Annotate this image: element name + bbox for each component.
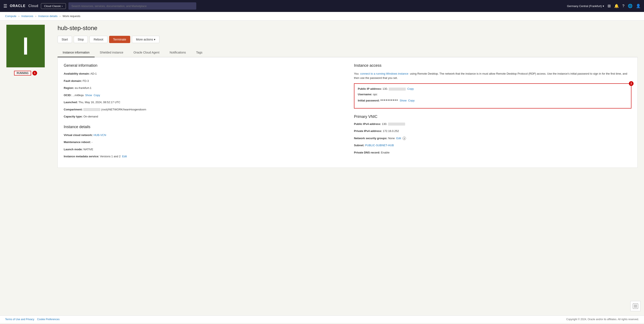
svg-point-9 [636,306,637,306]
compartment-blurred [83,108,100,111]
breadcrumb-compute[interactable]: Compute [5,14,16,18]
region-row: Region: eu-frankfurt-1 [64,86,341,90]
tab-shielded-instance[interactable]: Shielded instance [94,48,128,57]
instance-access-description: You connect to a running Windows instanc… [354,72,632,80]
private-dns-row: Private DNS record: Enable [354,150,632,155]
nsg-edit-link[interactable]: Edit [396,137,401,140]
footer: Terms of Use and Privacy Cookie Preferen… [0,316,644,323]
svg-point-2 [636,304,637,306]
availability-domain-row: Availability domain: AD-1 [64,72,341,76]
footer-copyright: Copyright © 2024, Oracle and/or its affi… [566,318,639,321]
primary-vnic-section: Primary VNIC Public IPv4 address: 130. P… [354,114,632,155]
cloud-classic-button[interactable]: Cloud Classic › [41,3,66,9]
oracle-logo: ORACLE Cloud [10,4,38,8]
info-right: Instance access You connect to a running… [354,63,632,162]
rdp-link[interactable]: connect to a running Windows instance [360,72,408,75]
public-ip-blurred [389,88,406,90]
stop-button[interactable]: Stop [74,36,88,43]
tab-oracle-cloud-agent[interactable]: Oracle Cloud Agent [128,48,164,57]
help-widget[interactable] [630,301,640,311]
password-copy-link[interactable]: Copy [408,99,414,102]
public-ip-row: Public IP address: 130. Copy [358,87,628,90]
subnet-row: Subnet: PUBLIC-SUBNET-HUB [354,143,632,148]
access-badge-number: 2 [629,81,634,86]
dropdown-icon: ▾ [154,38,155,41]
action-bar: Start Stop Reboot Terminate More actions… [58,36,638,43]
dev-tools-icon[interactable]: ⊞ [608,4,611,8]
svg-point-8 [635,306,636,306]
right-content: hub-step-stone Start Stop Reboot Termina… [51,20,644,316]
launch-mode-row: Launch mode: NATIVE [64,147,341,152]
vcn-row: Virtual cloud network: HUB-VCN [64,133,341,137]
terminate-button[interactable]: Terminate [109,36,130,43]
help-icon[interactable]: ? [622,4,624,8]
hamburger-icon[interactable]: ☰ [4,4,7,8]
status-badge: RUNNING [14,71,31,76]
main-content: RUNNING 1 hub-step-stone Start Stop Rebo… [0,20,644,316]
private-ipv4-row: Private IPv4 address: 172.16.0.252 [354,129,632,133]
svg-point-4 [635,307,636,308]
svg-point-7 [634,306,635,306]
public-ip-copy-link[interactable]: Copy [407,87,414,90]
breadcrumb-instance-details[interactable]: Instance details [38,14,58,18]
password-dots: •••••••••• [380,98,398,102]
tab-content: General information Availability domain:… [58,57,638,168]
primary-vnic-heading: Primary VNIC [354,114,632,119]
breadcrumb-work-requests: Work requests [63,14,80,18]
info-left: General information Availability domain:… [64,63,341,162]
svg-point-1 [634,304,635,306]
nsg-row: Network security groups: None Edit ℹ [354,136,632,140]
left-panel: RUNNING 1 [0,20,51,316]
breadcrumb-instances[interactable]: Instances [21,14,33,18]
footer-terms-link[interactable]: Terms of Use and Privacy [5,318,34,321]
svg-point-5 [636,307,637,308]
ocid-show-link[interactable]: Show [85,94,92,97]
instance-thumbnail [6,25,45,67]
instance-metadata-edit-link[interactable]: Edit [122,155,127,158]
fault-domain-row: Fault domain: FD-3 [64,79,341,83]
breadcrumb: Compute › Instances › Instance details ›… [0,12,644,20]
launched-row: Launched: Thu, May 16, 2024, 08:52:17 UT… [64,100,341,104]
ocid-row: OCID: ...mi6kqa Show Copy [64,93,341,98]
status-badge-number: 1 [32,71,37,76]
page-title: hub-step-stone [58,25,638,32]
maintenance-reboot-row: Maintenance reboot: - [64,140,341,144]
vcn-link[interactable]: HUB-VCN [94,134,106,137]
tabs: Instance information Shielded instance O… [58,48,638,57]
access-box: 2 Public IP address: 130. Copy Username:… [354,83,632,108]
instance-details-heading: Instance details [64,125,341,129]
compartment-row: Compartment: (root)/NETWORK/IwanHoogendo… [64,108,341,112]
reboot-button[interactable]: Reboot [90,36,107,43]
navbar-right: Germany Central (Frankfurt) ▾ ⊞ 🔔 ? 🌐 👤 [567,4,640,8]
svg-point-3 [634,307,635,308]
footer-cookie-link[interactable]: Cookie Preferences [37,318,60,321]
public-ipv4-row: Public IPv4 address: 130. [354,122,632,126]
search-input[interactable] [68,2,196,10]
public-ipv4-blurred [388,122,405,126]
notifications-icon[interactable]: 🔔 [614,4,619,8]
instance-thumbnail-bar [24,38,27,54]
general-information-heading: General information [64,63,341,68]
region-selector[interactable]: Germany Central (Frankfurt) ▾ [567,4,604,8]
tab-notifications[interactable]: Notifications [164,48,191,57]
user-icon[interactable]: 👤 [636,4,640,8]
start-button[interactable]: Start [58,36,72,43]
capacity-type-row: Capacity type: On-demand [64,114,341,119]
nsg-info-icon: ℹ [402,137,406,140]
svg-point-6 [635,304,636,306]
tab-tags[interactable]: Tags [191,48,208,57]
navbar: ☰ ORACLE Cloud Cloud Classic › Germany C… [0,0,644,12]
status-badge-wrap: RUNNING 1 [0,71,51,76]
password-show-link[interactable]: Show [400,99,406,102]
help-widget-icon [632,303,638,309]
globe-icon[interactable]: 🌐 [628,4,632,8]
username-row: Username: opc [358,93,628,96]
tab-instance-information[interactable]: Instance information [58,48,94,57]
ocid-copy-link[interactable]: Copy [94,94,100,97]
initial-password-row: Initial password: •••••••••• Show Copy [358,98,628,102]
instance-access-heading: Instance access [354,63,632,68]
instance-metadata-row: Instance metadata service: Versions 1 an… [64,154,341,158]
more-actions-button[interactable]: More actions ▾ [132,36,160,43]
subnet-link[interactable]: PUBLIC-SUBNET-HUB [365,144,394,147]
